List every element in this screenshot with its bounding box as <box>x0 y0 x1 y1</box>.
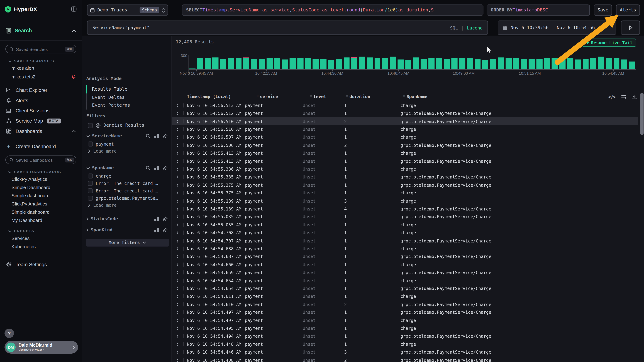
histogram-bar[interactable] <box>189 68 195 69</box>
histogram-bar[interactable] <box>474 59 481 69</box>
table-row[interactable]: ❯ Nov 6 10:54:54.446 AM payment Unset 3 … <box>172 348 638 356</box>
run-query-button[interactable] <box>621 20 640 35</box>
data-source-select[interactable]: Demo Traces Schema <box>87 4 168 15</box>
histogram-bar[interactable] <box>621 59 627 69</box>
histogram-bar[interactable] <box>521 59 527 69</box>
filter-checkbox[interactable] <box>88 174 93 179</box>
expand-row-icon[interactable]: ❯ <box>172 278 183 283</box>
more-filters-button[interactable]: More filters <box>86 239 169 246</box>
filter-group-StatusCode[interactable]: StatusCode <box>86 216 168 221</box>
histogram-bar[interactable] <box>560 58 566 69</box>
table-row[interactable]: ❯ Nov 6 10:54:54.495 AM payment Unset 1 … <box>172 324 638 332</box>
table-row[interactable]: ❯ Nov 6 10:54:55.035 AM payment Unset 1 … <box>172 213 638 221</box>
date-range-picker[interactable]: Nov 6 10:39:56 - Nov 6 10:54:56 <box>498 20 616 35</box>
filter-checkbox[interactable] <box>88 181 93 186</box>
histogram-bar[interactable] <box>528 59 535 69</box>
histogram-bar[interactable] <box>282 59 288 69</box>
histogram-bar[interactable] <box>228 58 234 69</box>
histogram-bar[interactable] <box>575 59 581 69</box>
histogram-bar[interactable] <box>482 60 488 69</box>
histogram-bar[interactable] <box>197 58 203 69</box>
expand-row-icon[interactable]: ❯ <box>172 223 183 227</box>
results-histogram[interactable]: 300 Nov 6 10:39:45 AM 10:42:15 AM 10:44:… <box>172 36 644 77</box>
expand-row-icon[interactable]: ❯ <box>172 207 183 211</box>
create-dashboard-button[interactable]: + Create Dashboard <box>0 141 82 151</box>
expand-row-icon[interactable]: ❯ <box>172 271 183 275</box>
expand-row-icon[interactable]: ❯ <box>172 286 183 291</box>
histogram-bar[interactable] <box>320 59 326 69</box>
table-row[interactable]: ❯ Nov 6 10:54:55.386 AM payment Unset 1 … <box>172 165 638 173</box>
table-row[interactable]: ❯ Nov 6 10:54:54.497 AM payment Unset 1 … <box>172 316 638 324</box>
saved-dashboards-input[interactable]: Saved Dashboards ⌘K <box>5 156 76 164</box>
histogram-bar[interactable] <box>359 57 365 69</box>
saved-searches-input[interactable]: Saved Searches ⌘K <box>5 45 76 53</box>
table-row[interactable]: ❯ Nov 6 10:54:56.506 AM payment Unset 2 … <box>172 141 638 149</box>
table-row[interactable]: ❯ Nov 6 10:54:54.707 AM payment Unset 1 … <box>172 237 638 245</box>
sidebar-item-dashboards[interactable]: Dashboards <box>0 126 82 136</box>
sidebar-item-client-sessions[interactable]: Client Sessions <box>0 105 82 116</box>
histogram-bar[interactable] <box>251 59 257 69</box>
saved-dashboards-section[interactable]: SAVED DASHBOARDS <box>8 170 76 174</box>
histogram-bar[interactable] <box>444 59 450 69</box>
expand-row-icon[interactable]: ❯ <box>172 119 183 123</box>
histogram-bar[interactable] <box>606 58 612 69</box>
histogram-bar[interactable] <box>212 57 218 69</box>
column-header-duration[interactable]: ⠿duration <box>346 94 403 99</box>
saved-search-item[interactable]: mikes tets2 <box>0 73 82 80</box>
chevron-up-icon[interactable] <box>72 130 76 132</box>
histogram-bar[interactable] <box>351 58 358 69</box>
histogram-bar[interactable] <box>220 59 226 69</box>
select-carets-icon[interactable] <box>162 7 165 12</box>
table-row[interactable]: ❯ Nov 6 10:54:56.507 AM payment Unset 1 … <box>172 133 638 141</box>
histogram-bar[interactable] <box>544 58 550 69</box>
load-more-button[interactable]: Load more <box>88 203 116 208</box>
expand-row-icon[interactable]: ❯ <box>172 310 183 314</box>
table-row[interactable]: ❯ Nov 6 10:54:54.687 AM payment Unset 1 … <box>172 253 638 261</box>
table-row[interactable]: ❯ Nov 6 10:54:54.494 AM payment Unset 1 … <box>172 332 638 340</box>
histogram-bar[interactable] <box>290 58 296 69</box>
histogram-bar[interactable] <box>243 58 249 69</box>
filter-value[interactable]: charge <box>88 174 111 179</box>
histogram-bar[interactable] <box>436 58 442 69</box>
load-more-button[interactable]: Load more <box>88 149 116 154</box>
histogram-bar[interactable] <box>590 58 596 69</box>
collapse-sidebar-icon[interactable] <box>71 6 77 12</box>
histogram-bar[interactable] <box>513 58 519 69</box>
table-row[interactable]: ❯ Nov 6 10:54:54.659 AM payment Unset 1 … <box>172 269 638 277</box>
table-row[interactable]: ❯ Nov 6 10:54:55.375 AM payment Unset 1 … <box>172 181 638 189</box>
expand-row-icon[interactable]: ❯ <box>172 318 183 322</box>
table-row[interactable]: ❯ Nov 6 10:54:54.497 AM payment Unset 1 … <box>172 308 638 316</box>
team-settings-button[interactable]: Team Settings <box>0 259 82 269</box>
table-row[interactable]: ❯ Nov 6 10:54:55.035 AM payment Unset 1 … <box>172 221 638 229</box>
help-button[interactable]: ? <box>4 329 14 338</box>
sidebar-item-chart-explorer[interactable]: Chart Explorer <box>0 85 82 95</box>
table-row[interactable]: ❯ Nov 6 10:54:56.510 AM payment Unset 2 … <box>172 117 638 125</box>
filter-value[interactable]: Error: The credit card … <box>88 181 158 186</box>
filter-value[interactable]: Error: The credit card … <box>88 188 158 193</box>
expand-row-icon[interactable]: ❯ <box>172 326 183 330</box>
sql-mode-toggle[interactable]: SQL <box>450 25 458 30</box>
histogram-bar[interactable] <box>297 58 304 69</box>
histogram-bar[interactable] <box>467 58 473 69</box>
drag-handle-icon[interactable]: ⠿ <box>403 95 404 98</box>
expand-row-icon[interactable]: ❯ <box>172 231 183 235</box>
save-button[interactable]: Save <box>594 4 612 15</box>
expand-row-icon[interactable]: ❯ <box>172 238 183 243</box>
expand-row-icon[interactable]: ❯ <box>172 199 183 203</box>
histogram-bar[interactable] <box>405 60 411 69</box>
table-row[interactable]: ❯ Nov 6 10:54:54.448 AM payment Unset 1 … <box>172 340 638 348</box>
table-row[interactable]: ❯ Nov 6 10:54:54.654 AM payment Unset 1 … <box>172 284 638 293</box>
histogram-bar[interactable] <box>390 56 396 69</box>
filter-checkbox[interactable] <box>88 142 93 147</box>
histogram-bar[interactable] <box>452 58 458 69</box>
drag-handle-icon[interactable]: ⠿ <box>256 95 258 98</box>
saved-dashboard-item[interactable]: Simple dashboard <box>0 192 82 198</box>
expand-row-icon[interactable]: ❯ <box>172 183 183 187</box>
expand-row-icon[interactable]: ❯ <box>172 151 183 155</box>
histogram-bar[interactable] <box>583 59 589 69</box>
filter-group-SpanKind[interactable]: SpanKind <box>86 227 168 233</box>
drag-handle-icon[interactable]: ⠿ <box>310 95 311 98</box>
expand-row-icon[interactable]: ❯ <box>172 135 183 139</box>
histogram-bar[interactable] <box>274 58 280 69</box>
column-header-spanname[interactable]: ⠿SpanName <box>403 94 636 99</box>
